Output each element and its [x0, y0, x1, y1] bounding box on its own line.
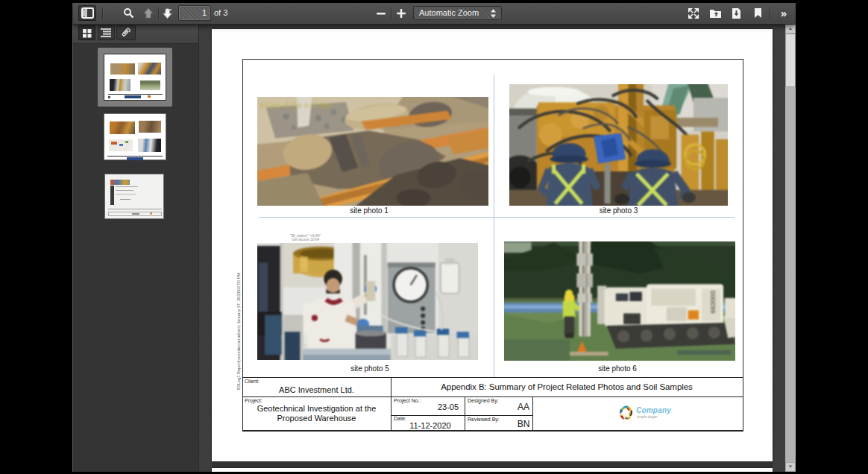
svg-text:EGeo d Ca o S den: EGeo d Ca o S den: [260, 101, 333, 110]
svg-text:663000: 663000: [709, 291, 717, 314]
